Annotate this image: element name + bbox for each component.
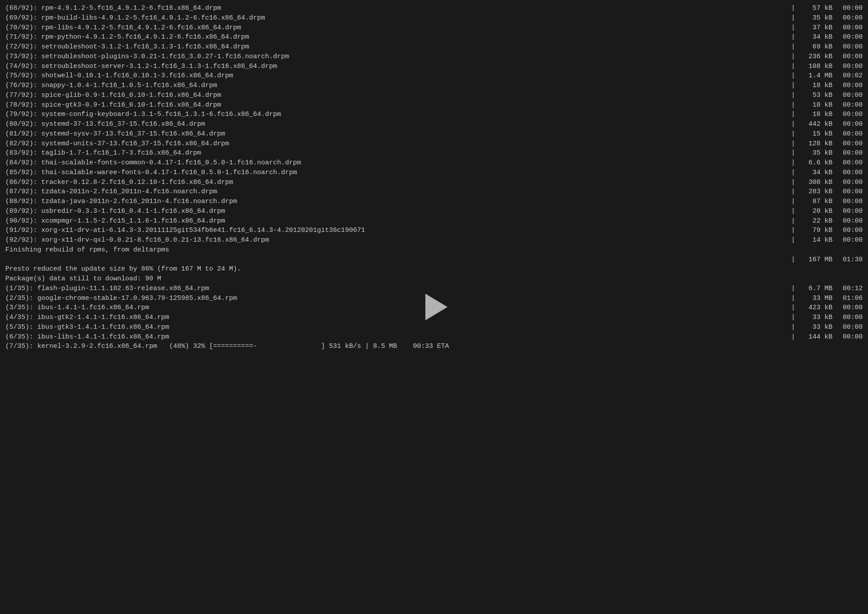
package-line: (89/92): usbredir-0.3.3-1.fc16_0.4.1-1.f…: [5, 207, 863, 216]
package-line: (79/92): system-config-keyboard-1.3.1-5.…: [5, 110, 863, 120]
packages-line: Package(s) data still to download: 90 M: [5, 274, 863, 284]
package-line: (80/92): systemd-37-13.fc16_37-15.fc16.x…: [5, 120, 863, 129]
package-line: (71/92): rpm-python-4.9.1.2-5.fc16_4.9.1…: [5, 32, 863, 42]
terminal: (68/92): rpm-4.9.1.2-5.fc16_4.9.1.2-6.fc…: [5, 4, 863, 351]
download-line: (1/35): flash-plugin-11.1.102.63-release…: [5, 284, 863, 294]
finishing-line: Finishing rebuild of rpms, from deltarpm…: [5, 245, 863, 255]
download-line: (3/35): ibus-1.4.1-1.fc16.x86_64.rpm|423…: [5, 303, 863, 313]
download-line: (5/35): ibus-gtk3-1.4.1-1.fc16.x86_64.rp…: [5, 323, 863, 332]
download-line: (6/35): ibus-libs-1.4.1-1.fc16.x86_64.rp…: [5, 332, 863, 342]
presto-line: Presto reduced the update size by 86% (f…: [5, 264, 863, 274]
package-line: (82/92): systemd-units-37-13.fc16_37-15.…: [5, 139, 863, 149]
package-line: (78/92): spice-gtk3-0.9-1.fc16_0.10-1.fc…: [5, 100, 863, 110]
package-line: (74/92): setroubleshoot-server-3.1.2-1.f…: [5, 62, 863, 72]
package-line: (77/92): spice-glib-0.9-1.fc16_0.10-1.fc…: [5, 91, 863, 100]
download-line: (4/35): ibus-gtk2-1.4.1-1.fc16.x86_64.rp…: [5, 313, 863, 323]
package-line: (92/92): xorg-x11-drv-qxl-0.0.21-8.fc16_…: [5, 235, 863, 245]
package-line: (90/92): xcompmgr-1.1.5-2.fc15_1.1.6-1.f…: [5, 216, 863, 226]
package-line: (69/92): rpm-build-libs-4.9.1.2-5.fc16_4…: [5, 13, 863, 23]
package-line: (73/92): setroubleshoot-plugins-3.0.21-1…: [5, 52, 863, 62]
package-line: (76/92): snappy-1.0.4-1.fc16_1.0.5-1.fc1…: [5, 81, 863, 91]
package-line: (75/92): shotwell-0.10.1-1.fc16_0.10.1-3…: [5, 71, 863, 81]
package-line: (87/92): tzdata-2011n-2.fc16_2011n-4.fc1…: [5, 187, 863, 197]
locally-rebuilding-line: |167 MB01:38: [5, 255, 863, 265]
package-line: (84/92): thai-scalable-fonts-common-0.4.…: [5, 158, 863, 168]
package-line: (81/92): systemd-sysv-37-13.fc16_37-15.f…: [5, 129, 863, 139]
package-line: (88/92): tzdata-java-2011n-2.fc16_2011n-…: [5, 197, 863, 207]
progress-line: (7/35): kernel-3.2.9-2.fc16.x86_64.rpm (…: [5, 342, 863, 351]
package-line: (85/92): thai-scalable-waree-fonts-0.4.1…: [5, 168, 863, 178]
package-line: (68/92): rpm-4.9.1.2-5.fc16_4.9.1.2-6.fc…: [5, 4, 863, 13]
package-line: (83/92): taglib-1.7-1.fc16_1.7-3.fc16.x8…: [5, 148, 863, 158]
package-line: (72/92): setroubleshoot-3.1.2-1.fc16_3.1…: [5, 42, 863, 52]
package-line: (91/92): xorg-x11-drv-ati-6.14.3-3.20111…: [5, 226, 863, 235]
download-line: (2/35): google-chrome-stable-17.0.963.79…: [5, 294, 863, 303]
package-line: (70/92): rpm-libs-4.9.1.2-5.fc16_4.9.1.2…: [5, 23, 863, 33]
package-line: (86/92): tracker-0.12.8-2.fc16_0.12.10-1…: [5, 178, 863, 187]
